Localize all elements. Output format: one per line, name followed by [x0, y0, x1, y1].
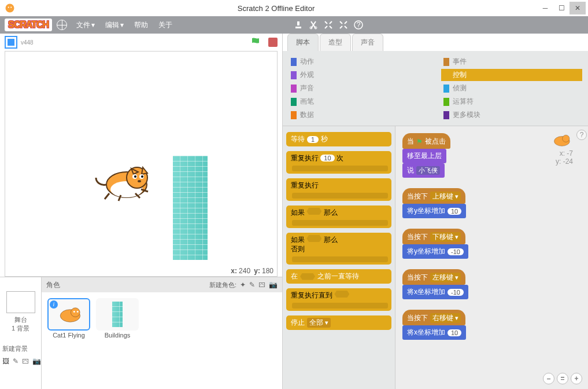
scissors-icon[interactable] — [309, 20, 318, 30]
language-icon[interactable] — [57, 20, 67, 30]
help-toggle-icon[interactable]: ? — [576, 130, 587, 140]
version-label: v448 — [21, 39, 34, 46]
script-down-stack[interactable]: 当按下下移键 ▾ 将y坐标增加-10 — [402, 229, 581, 259]
cat-motion[interactable]: 动作 — [289, 56, 430, 68]
svg-point-11 — [134, 175, 136, 178]
backdrop-panel: 舞台 1 背景 新建背景 🖼 ✎ ⮹ 📷 — [0, 277, 42, 389]
zoom-controls: – = + — [543, 373, 582, 384]
svg-point-13 — [141, 175, 143, 178]
grow-icon[interactable] — [324, 20, 333, 30]
menu-file[interactable]: 文件 ▾ — [72, 18, 99, 32]
cat-pen[interactable]: 画笔 — [289, 96, 430, 108]
sprite-info-icon[interactable]: i — [50, 300, 58, 309]
stage-coords: x: 240 y: 180 — [231, 267, 273, 275]
titlebar: Scratch 2 Offline Editor ─ ☐ ✕ — [0, 0, 588, 16]
svg-point-0 — [6, 4, 14, 13]
category-panel: 动作 事件 外观 控制 声音 侦测 画笔 运算符 数据 更多模块 — [283, 51, 588, 126]
tab-sounds[interactable]: 声音 — [352, 34, 383, 51]
cat-events[interactable]: 事件 — [441, 56, 582, 68]
maximize-button[interactable]: ☐ — [553, 2, 569, 14]
script-up-stack[interactable]: 当按下上移键 ▾ 将y坐标增加10 — [402, 188, 581, 218]
sprite-item-buildings[interactable]: Buildings — [96, 298, 139, 383]
cat-data[interactable]: 数据 — [289, 109, 430, 121]
block-stop[interactable]: 停止全部 ▾ — [286, 315, 391, 330]
app-icon — [5, 3, 15, 13]
green-flag-icon[interactable] — [250, 36, 261, 48]
minimize-button[interactable]: ─ — [537, 2, 553, 14]
menu-about[interactable]: 关于 — [154, 18, 177, 32]
zoom-in-button[interactable]: + — [571, 373, 582, 384]
zoom-reset-button[interactable]: = — [557, 373, 568, 384]
toolbar-tools: ? — [294, 20, 363, 30]
sprites-label: 角色 — [46, 280, 60, 290]
svg-point-1 — [8, 6, 9, 8]
svg-point-16 — [71, 308, 80, 317]
cat-more[interactable]: 更多模块 — [441, 109, 582, 121]
stop-icon[interactable] — [268, 38, 278, 47]
backdrop-thumbnail[interactable] — [6, 291, 35, 313]
sprite-info-panel: x: -7y: -24 — [549, 131, 573, 166]
stamp-icon[interactable] — [294, 20, 303, 30]
block-forever[interactable]: 重复执行 — [286, 178, 391, 201]
scratch-logo: SCRATCH — [5, 19, 52, 31]
block-palette: 等待1秒 重复执行 10 次 重复执行 如果 那么 如果 那么否则 在之前一直等… — [283, 126, 395, 389]
upload-icon[interactable]: ⮹ — [22, 357, 29, 365]
stage-label: 舞台 — [0, 315, 41, 324]
cat-control[interactable]: 控制 — [441, 69, 582, 81]
scripts-area[interactable]: ? x: -7y: -24 当⚑被点击 移至最上层 说小飞侠 当按下上移键 ▾ … — [395, 126, 588, 389]
close-button[interactable]: ✕ — [569, 2, 586, 14]
menu-edit[interactable]: 编辑 ▾ — [101, 18, 128, 32]
block-if[interactable]: 如果 那么 — [286, 205, 391, 228]
script-right-stack[interactable]: 当按下右移键 ▾ 将x坐标增加10 — [402, 310, 581, 340]
block-repeat-until[interactable]: 重复执行直到 — [286, 288, 391, 311]
sprite-camera-icon[interactable]: 📷 — [269, 281, 278, 289]
cat-sensing[interactable]: 侦测 — [441, 82, 582, 94]
cat-operators[interactable]: 运算符 — [441, 96, 582, 108]
building-sprite-on-stage[interactable] — [173, 156, 208, 260]
stage-header: v448 — [0, 34, 282, 51]
cat-looks[interactable]: 外观 — [289, 69, 430, 81]
sprite-library-icon[interactable]: ✦ — [240, 281, 246, 289]
svg-point-20 — [563, 135, 569, 142]
cat-sprite-on-stage[interactable] — [92, 162, 156, 202]
new-backdrop-label: 新建背景 — [0, 342, 41, 355]
paint-icon[interactable]: ✎ — [13, 357, 19, 365]
library-icon[interactable]: 🖼 — [2, 357, 9, 365]
sprite-header: 角色 新建角色: ✦ ✎ ⮹ 📷 — [42, 277, 282, 292]
new-backdrop-tools: 🖼 ✎ ⮹ 📷 — [0, 355, 41, 368]
tab-scripts[interactable]: 脚本 — [287, 34, 319, 51]
svg-text:?: ? — [357, 21, 361, 29]
svg-point-18 — [77, 311, 79, 313]
script-left-stack[interactable]: 当按下左移键 ▾ 将x坐标增加-10 — [402, 269, 581, 299]
sprite-paint-icon[interactable]: ✎ — [249, 281, 255, 289]
zoom-out-button[interactable]: – — [543, 373, 554, 384]
sprite-upload-icon[interactable]: ⮹ — [258, 281, 265, 289]
svg-point-14 — [138, 180, 141, 182]
shrink-icon[interactable] — [339, 20, 348, 30]
fullscreen-icon[interactable] — [5, 36, 17, 49]
cat-sound[interactable]: 声音 — [289, 82, 430, 94]
editor-tabs: 脚本 造型 声音 — [283, 34, 588, 51]
svg-point-2 — [10, 6, 12, 8]
window-title: Scratch 2 Offline Editor — [15, 4, 537, 13]
sprite-list: i Cat1 Flying Buildings — [42, 292, 282, 389]
block-repeat-n[interactable]: 重复执行 10 次 — [286, 151, 391, 174]
stage[interactable]: x: 240 y: 180 — [5, 51, 278, 277]
help-icon[interactable]: ? — [354, 20, 363, 30]
menu-help[interactable]: 帮助 — [130, 18, 153, 32]
block-wait[interactable]: 等待1秒 — [286, 132, 391, 146]
tab-costumes[interactable]: 造型 — [320, 34, 351, 51]
backdrop-count: 1 背景 — [0, 324, 41, 333]
camera-icon[interactable]: 📷 — [32, 357, 41, 365]
svg-point-17 — [73, 311, 75, 313]
block-wait-until[interactable]: 在之前一直等待 — [286, 269, 391, 284]
sprite-item-cat[interactable]: i Cat1 Flying — [47, 298, 90, 383]
menubar: SCRATCH 文件 ▾ 编辑 ▾ 帮助 关于 ? — [0, 16, 588, 34]
block-if-else[interactable]: 如果 那么否则 — [286, 233, 391, 265]
new-sprite-label: 新建角色: — [209, 281, 236, 289]
